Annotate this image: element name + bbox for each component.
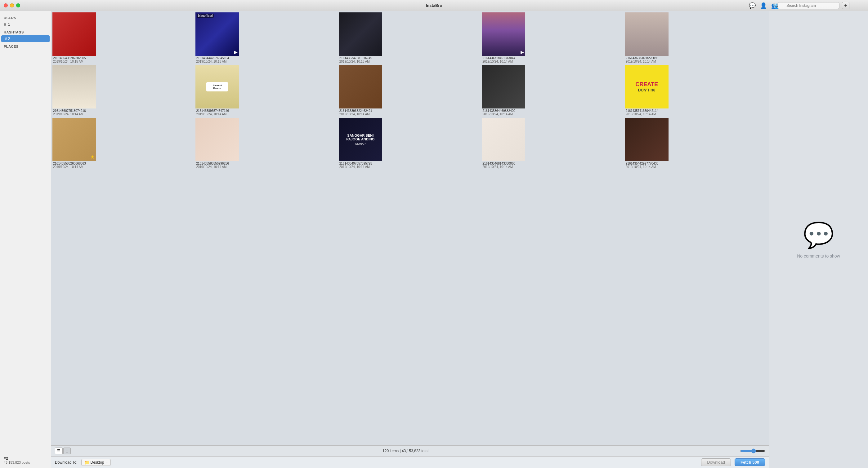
grid-item-info: 21614364082873026052019/10/24, 10:15 AM (53, 56, 195, 64)
grid-item-info: 21614360725180742162019/10/24, 10:14 AM (53, 108, 195, 117)
grid-cell: 21614364082873026052019/10/24, 10:15 AM (53, 12, 195, 64)
grid-cell: 21614360834882260952019/10/24, 10:14 AM (625, 12, 768, 64)
hashtags-section-label: HASHTAGS (0, 28, 51, 35)
grid-cell: 21614358644698824002019/10/24, 10:14 AM (482, 65, 624, 117)
grid-item[interactable] (339, 65, 382, 108)
folder-selector[interactable]: 📁 Desktop ⌄ (81, 459, 111, 466)
grid-area: 21614364082873026052019/10/24, 10:15 AMb… (51, 11, 769, 445)
close-button[interactable] (4, 3, 8, 7)
image-grid: 21614364082873026052019/10/24, 10:15 AMb… (53, 12, 768, 170)
star-icon[interactable]: ★ (90, 154, 95, 160)
grid-item-id: 2161435497057095725 (339, 162, 480, 165)
sidebar-item-hashtag2[interactable]: # 2 (1, 35, 50, 42)
titlebar: InstaBro 💬 👤 👥 🔍 + (0, 0, 868, 11)
maximize-button[interactable] (16, 3, 20, 7)
download-button[interactable]: Download (701, 458, 731, 466)
grid-item-info: 21614355855509962562019/10/24, 10:14 AM (195, 161, 338, 170)
no-comments-text: No comments to show (797, 254, 840, 259)
grid-item[interactable]: ▶ (482, 12, 525, 56)
grid-item-info: 21614354681433300602019/10/24, 10:14 AM (482, 161, 624, 170)
items-count: 120 items (382, 449, 399, 453)
sidebar-tag-name: #2 (4, 456, 47, 461)
grid-item-id: 2161434447576545164 (196, 57, 337, 60)
grid-item[interactable] (53, 12, 96, 56)
grid-item[interactable] (482, 118, 525, 161)
grid-item-id: 2161436347681076749 (339, 57, 480, 60)
grid-item-id: 2161435468143330060 (483, 162, 624, 165)
grid-cell: 21614354429277704332019/10/24, 10:14 AM (625, 118, 768, 170)
video-badge-icon: ▶ (521, 49, 524, 55)
minimize-button[interactable] (10, 3, 14, 7)
search-area: 🔍 + (773, 2, 849, 9)
content-area: 21614364082873026052019/10/24, 10:15 AMb… (51, 11, 769, 468)
chat-icon[interactable]: 💬 (749, 2, 756, 9)
grid-item[interactable] (625, 118, 669, 161)
grid-cell: blaqofficial▶21614344475765451642019/10/… (195, 12, 338, 64)
grid-view-button[interactable]: ⊞ (63, 447, 71, 454)
grid-item[interactable] (625, 12, 669, 56)
grid-item-info: 21614360834882260952019/10/24, 10:14 AM (625, 56, 768, 64)
folder-icon: 📁 (84, 460, 89, 465)
grid-cell: 21614363476810767492019/10/24, 10:15 AM (339, 12, 481, 64)
grid-item-date: 2019/10/24, 10:14 AM (196, 165, 337, 169)
grid-item-date: 2019/10/24, 10:15 AM (53, 60, 194, 63)
grid-item-date: 2019/10/24, 10:14 AM (483, 112, 624, 116)
grid-item[interactable]: blaqofficial▶ (195, 12, 239, 56)
right-panel: 💬 No comments to show (769, 11, 868, 468)
grid-cell: 21614358963224624212019/10/24, 10:14 AM (339, 65, 481, 117)
grid-item-date: 2019/10/24, 10:14 AM (626, 165, 767, 169)
grid-item-date: 2019/10/24, 10:14 AM (196, 112, 337, 116)
view-toggle: ☰ ⊞ (55, 447, 71, 454)
sidebar-users-count: 1 (8, 22, 10, 27)
search-input[interactable] (777, 2, 839, 9)
grid-item-date: 2019/10/24, 10:14 AM (339, 112, 480, 116)
total-count: 43,153,823 total (402, 449, 428, 453)
folder-name: Desktop (91, 460, 104, 465)
search-wrapper: 🔍 (773, 2, 839, 9)
grid-item-id: 2161435864469882400 (483, 109, 624, 112)
grid-item[interactable] (482, 65, 525, 108)
grid-cell: 21614355855509962562019/10/24, 10:14 AM (195, 118, 338, 170)
grid-item-info: 21614347184613130442019/10/24, 10:14 AM (482, 56, 624, 64)
grid-item-info: 21614358963224624212019/10/24, 10:14 AM (339, 108, 481, 117)
grid-item[interactable]: SANGGAR SENIPAJOGE ANDINOSIDRAP (339, 118, 382, 161)
grid-item-date: 2019/10/24, 10:14 AM (53, 112, 194, 116)
fetch-button[interactable]: Fetch 500 (735, 458, 765, 466)
places-section-label: PLACES (0, 42, 51, 49)
add-button[interactable]: + (842, 2, 849, 9)
sidebar: USERS 1 HASHTAGS # 2 PLACES #2 43,153,82… (0, 11, 51, 468)
app-title: InstaBro (426, 3, 442, 8)
grid-item-date: 2019/10/24, 10:14 AM (626, 60, 767, 63)
grid-item-date: 2019/10/24, 10:14 AM (483, 60, 624, 63)
bottombar: Download To: 📁 Desktop ⌄ Download Fetch … (51, 456, 769, 468)
grid-item[interactable] (339, 12, 382, 56)
count-separator: | (400, 449, 401, 453)
grid-cell: CREATEDON'T H821614357413604421142019/10… (625, 65, 768, 117)
grid-item-label: blaqofficial (197, 14, 214, 18)
grid-item-id: 2161435741360442114 (626, 109, 767, 112)
grid-item[interactable]: AlmondBreeze (195, 65, 239, 108)
grid-item[interactable] (195, 118, 239, 161)
grid-item-info: 21614344475765451642019/10/24, 10:15 AM (195, 56, 338, 64)
sidebar-hashtag-label: # 2 (5, 37, 10, 41)
list-view-button[interactable]: ☰ (55, 447, 63, 454)
grid-item-id: 2161436083488226095 (626, 57, 767, 60)
grid-item-info: 21614354970570957252019/10/24, 10:14 AM (339, 161, 481, 170)
grid-item-date: 2019/10/24, 10:15 AM (339, 60, 480, 63)
grid-item[interactable] (53, 65, 96, 108)
grid-item[interactable]: CREATEDON'T H8 (625, 65, 669, 108)
folder-chevron-icon: ⌄ (105, 461, 108, 464)
grid-item-info: 21614354429277704332019/10/24, 10:14 AM (625, 161, 768, 170)
grid-item-date: 2019/10/24, 10:14 AM (483, 165, 624, 169)
grid-item-info: 21614358965746471462019/10/24, 10:14 AM (195, 108, 338, 117)
search-magnifier-icon: 🔍 (773, 3, 777, 8)
profile-icon[interactable]: 👤 (760, 2, 767, 9)
grid-item-info: 21614358644698824002019/10/24, 10:14 AM (482, 108, 624, 117)
traffic-lights (4, 3, 20, 7)
grid-item[interactable]: ★ (53, 118, 96, 161)
sidebar-item-users[interactable]: 1 (0, 21, 51, 28)
download-to-label: Download To: (55, 460, 78, 465)
grid-item-info: 21614363476810767492019/10/24, 10:15 AM (339, 56, 481, 64)
video-badge-icon: ▶ (234, 49, 238, 55)
size-slider[interactable] (740, 448, 765, 454)
